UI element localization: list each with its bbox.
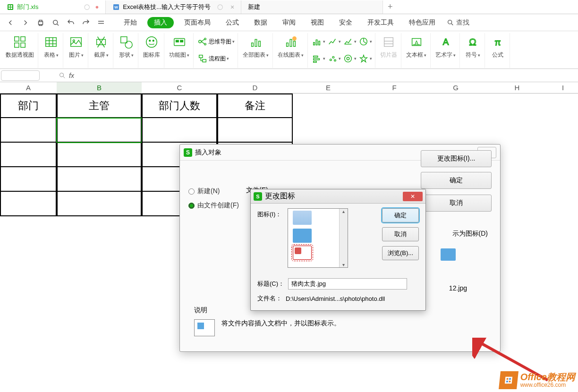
cell-B2-selected[interactable] xyxy=(57,118,142,143)
cell-B4[interactable] xyxy=(57,167,142,192)
col-C[interactable]: C xyxy=(142,82,217,93)
cell-D2[interactable] xyxy=(217,118,293,143)
tab-feature[interactable]: 特色应用 xyxy=(404,17,440,29)
radio-from-file[interactable]: 由文件创建(F) xyxy=(188,201,239,210)
icon-option-1[interactable] xyxy=(293,211,312,225)
tab-layout[interactable]: 页面布局 xyxy=(179,17,215,29)
chevron-down-icon: ▾ xyxy=(187,53,189,58)
col-E[interactable]: E xyxy=(293,82,364,93)
dialog-titlebar[interactable]: S 更改图标 ✕ xyxy=(251,189,425,204)
ribbon-formula[interactable]: π公式 xyxy=(486,33,510,68)
tab-doc-2[interactable]: W Excel表格技...输入大于等于符号 ◯ × xyxy=(106,0,241,14)
tab-indicator-icon: ◯ xyxy=(84,4,90,10)
chart-type-7[interactable]: ▾ xyxy=(343,52,357,65)
svg-point-52 xyxy=(345,55,352,62)
tab-formula[interactable]: 公式 xyxy=(221,17,244,29)
redo-icon[interactable] xyxy=(79,16,93,29)
tab-new[interactable]: 新建 xyxy=(241,0,383,14)
tab-data[interactable]: 数据 xyxy=(249,17,272,29)
chevron-down-icon: ▾ xyxy=(323,56,325,61)
ribbon-picture[interactable]: 图片▾ xyxy=(64,33,88,68)
ribbon-symbol[interactable]: Ω符号▾ xyxy=(461,33,485,68)
ribbon-wordart[interactable]: A艺术字▾ xyxy=(432,33,460,68)
col-G[interactable]: G xyxy=(425,82,486,93)
ribbon-iconlib[interactable]: 图标库 xyxy=(139,33,164,68)
forward-icon[interactable] xyxy=(19,16,32,29)
cancel-button[interactable]: 取消 xyxy=(421,195,492,212)
cell-A2[interactable] xyxy=(0,118,57,143)
cell-empty[interactable] xyxy=(293,94,578,118)
svg-rect-29 xyxy=(180,40,183,42)
ok-button[interactable]: 确定 xyxy=(382,208,419,222)
ribbon-flowchart[interactable]: 流程图▾ xyxy=(197,52,229,65)
icon-option-3-selected[interactable] xyxy=(293,246,312,260)
svg-rect-43 xyxy=(316,40,317,45)
ribbon-textbox[interactable]: A文本框▾ xyxy=(402,33,431,68)
tab-current-file[interactable]: 部门.xls ◯ ● xyxy=(0,0,106,14)
svg-rect-7 xyxy=(39,21,43,24)
icon-option-2[interactable] xyxy=(293,229,312,243)
col-B[interactable]: B xyxy=(57,82,142,93)
cell-A5[interactable] xyxy=(0,192,57,216)
preview-icon[interactable] xyxy=(49,16,62,29)
col-D[interactable]: D xyxy=(217,82,293,93)
ribbon-table[interactable]: 表格▾ xyxy=(39,33,63,68)
scrollbar[interactable]: ▴▾ xyxy=(339,209,348,267)
chart-type-3[interactable]: ▾ xyxy=(343,35,357,48)
ribbon-onlinechart[interactable]: 在线图表▾ xyxy=(274,33,308,68)
tab-dev[interactable]: 开发工具 xyxy=(363,17,399,29)
back-icon[interactable] xyxy=(4,16,17,29)
cell-D1[interactable]: 备注 xyxy=(217,94,293,118)
ribbon-shape[interactable]: 形状▾ xyxy=(114,33,138,68)
chart-type-4[interactable]: ▾ xyxy=(358,35,372,48)
add-tab-button[interactable]: + xyxy=(383,0,397,14)
chart-type-6[interactable]: ▾ xyxy=(327,52,341,65)
fx-icon[interactable]: fx xyxy=(59,72,74,79)
name-box[interactable] xyxy=(1,70,40,81)
ribbon-pivot[interactable]: 数据透视图 xyxy=(2,33,38,68)
ribbon-func[interactable]: 功能图▾ xyxy=(165,33,194,68)
formula-input[interactable] xyxy=(74,70,578,81)
col-A[interactable]: A xyxy=(0,82,57,93)
ribbon-screenshot[interactable]: 截屏▾ xyxy=(89,33,113,68)
svg-rect-37 xyxy=(258,41,260,46)
tab-insert[interactable]: 插入 xyxy=(147,17,174,28)
chart-type-5[interactable]: ▾ xyxy=(312,52,325,65)
col-F[interactable]: F xyxy=(364,82,425,93)
close-icon[interactable]: × xyxy=(230,3,234,11)
svg-rect-47 xyxy=(314,59,320,60)
ribbon-allchart[interactable]: 全部图表▾ xyxy=(239,33,273,68)
cell-A4[interactable] xyxy=(0,167,57,192)
chart-type-8[interactable]: ▾ xyxy=(358,52,372,65)
undo-icon[interactable] xyxy=(64,16,77,29)
cell-C1[interactable]: 部门人数 xyxy=(142,94,217,118)
radio-new[interactable]: 新建(N) xyxy=(188,187,239,196)
ribbon-mindmap[interactable]: 思维导图▾ xyxy=(197,35,235,48)
cell-B5[interactable] xyxy=(57,192,142,216)
svg-point-24 xyxy=(146,37,157,48)
tab-home[interactable]: 开始 xyxy=(119,17,142,29)
svg-rect-65 xyxy=(505,377,512,384)
icon-listbox[interactable]: ▴▾ xyxy=(288,208,348,268)
chart-type-2[interactable]: ▾ xyxy=(327,35,341,48)
cell-B1[interactable]: 主管 xyxy=(57,94,142,118)
ok-button[interactable]: 确定 xyxy=(421,172,492,189)
find-button[interactable]: 查找 xyxy=(447,18,469,27)
more-icon[interactable] xyxy=(94,16,108,29)
tab-security[interactable]: 安全 xyxy=(334,17,357,29)
print-icon[interactable] xyxy=(34,16,47,29)
cancel-button[interactable]: 取消 xyxy=(382,227,419,241)
chart-type-1[interactable]: ▾ xyxy=(312,35,325,48)
cell-B3[interactable] xyxy=(57,143,142,167)
close-button[interactable]: ✕ xyxy=(403,192,423,201)
caption-input[interactable] xyxy=(288,278,407,290)
cell-C2[interactable] xyxy=(142,118,217,143)
change-icon-button[interactable]: 更改图标(I)... xyxy=(421,150,492,167)
tab-review[interactable]: 审阅 xyxy=(278,17,300,29)
tab-view[interactable]: 视图 xyxy=(306,17,329,29)
browse-button[interactable]: 浏览(B)... xyxy=(382,246,419,260)
cell-A3[interactable] xyxy=(0,143,57,167)
col-I[interactable]: I xyxy=(548,82,578,93)
col-H[interactable]: H xyxy=(486,82,548,93)
cell-A1[interactable]: 部门 xyxy=(0,94,57,118)
